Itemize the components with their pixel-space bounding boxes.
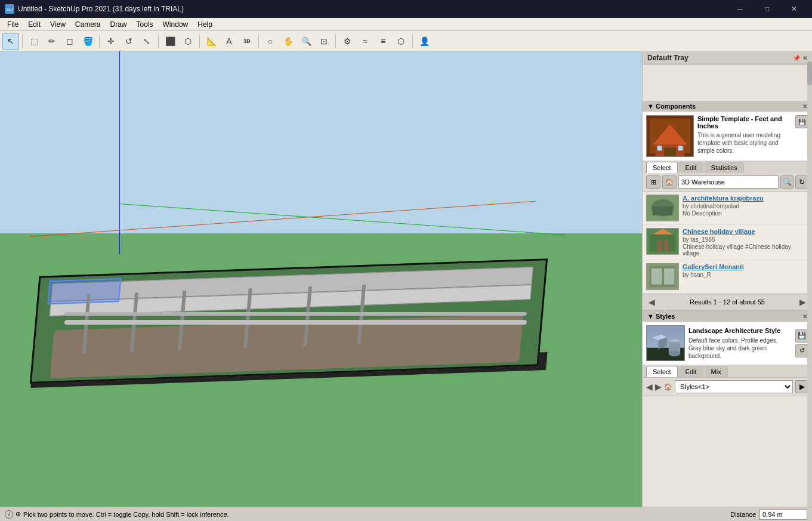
status-left: i ⊕ Pick two points to move. Ctrl = togg… bbox=[5, 510, 229, 519]
styles-go-button[interactable]: ▶ bbox=[795, 380, 808, 393]
menu-camera[interactable]: Camera bbox=[70, 19, 106, 30]
search-go-button[interactable]: 🔍 bbox=[780, 175, 794, 189]
result-item-2[interactable]: Chinese holiday village by tas_1985 Chin… bbox=[643, 225, 812, 260]
style-refresh-button[interactable]: ↺ bbox=[795, 344, 808, 357]
tray-scrollbar-thumb[interactable] bbox=[807, 61, 812, 85]
shape-tool-button[interactable]: ◻ bbox=[61, 33, 78, 50]
pagination-info: Results 1 - 12 of about 55 bbox=[690, 298, 765, 306]
scale-tool-button[interactable]: ⤡ bbox=[138, 33, 155, 50]
layers-button[interactable]: ≡ bbox=[375, 33, 391, 50]
push-pull-button[interactable]: ⬛ bbox=[162, 33, 178, 50]
close-button[interactable]: ✕ bbox=[780, 0, 807, 18]
right-tray: Default Tray 📌 ✕ ▼ Components ✕ bbox=[642, 51, 812, 507]
sandbox-button[interactable]: ≈ bbox=[357, 33, 373, 50]
tab-select[interactable]: Select bbox=[646, 162, 678, 173]
component-description: This is a general user modeling template… bbox=[697, 131, 792, 155]
svg-rect-9 bbox=[653, 206, 673, 215]
pagination-prev[interactable]: ◀ bbox=[646, 296, 657, 308]
paint-tool-button[interactable]: 🪣 bbox=[79, 33, 96, 50]
orbit-button[interactable]: ○ bbox=[262, 33, 279, 50]
styles-tab-mix[interactable]: Mix bbox=[705, 366, 728, 377]
info-icon[interactable]: i bbox=[5, 510, 13, 519]
search-home-button[interactable]: 🏠 bbox=[662, 175, 677, 189]
tray-pin-button[interactable]: 📌 bbox=[793, 55, 800, 61]
result-item-3[interactable]: GallerySeri Menanti by hsan_R bbox=[643, 260, 812, 294]
pencil-tool-button[interactable]: ✏ bbox=[44, 33, 60, 50]
app-icon: SU bbox=[5, 4, 14, 14]
menu-draw[interactable]: Draw bbox=[106, 19, 132, 30]
menu-help[interactable]: Help bbox=[193, 19, 217, 30]
style-save-button[interactable]: 💾 bbox=[795, 329, 808, 343]
select-tool-button[interactable]: ↖ bbox=[2, 33, 19, 50]
offset-button[interactable]: ⬡ bbox=[180, 33, 196, 50]
styles-home-button[interactable]: 🏠 bbox=[664, 383, 672, 391]
tray-scrollbar[interactable] bbox=[807, 58, 812, 507]
menu-window[interactable]: Window bbox=[158, 19, 193, 30]
components-panel-close[interactable]: ✕ bbox=[802, 103, 807, 110]
svg-rect-13 bbox=[657, 240, 662, 251]
tray-close-button[interactable]: ✕ bbox=[802, 55, 807, 61]
selected-object bbox=[48, 278, 122, 304]
viewport[interactable] bbox=[0, 51, 642, 507]
status-message: Pick two points to move. Ctrl = toggle C… bbox=[23, 511, 229, 518]
styles-panel-header[interactable]: ▼ Styles ✕ bbox=[643, 311, 812, 322]
menu-file[interactable]: File bbox=[2, 19, 23, 30]
styles-back-button[interactable]: ◀ bbox=[646, 382, 653, 391]
pan-button[interactable]: ✋ bbox=[280, 33, 297, 50]
extension-manager-button[interactable]: ⚙ bbox=[339, 33, 356, 50]
zoom-button[interactable]: 🔍 bbox=[298, 33, 314, 50]
menu-edit[interactable]: Edit bbox=[23, 19, 45, 30]
statusbar: i ⊕ Pick two points to move. Ctrl = togg… bbox=[0, 507, 812, 521]
tab-edit[interactable]: Edit bbox=[679, 162, 703, 173]
pipe-top bbox=[64, 320, 527, 325]
svg-rect-5 bbox=[657, 146, 662, 151]
results-list[interactable]: A. architektura krajobrazu by christinaf… bbox=[643, 192, 812, 294]
menubar: File Edit View Camera Draw Tools Window … bbox=[0, 18, 812, 31]
zoom-extents-button[interactable]: ⊡ bbox=[316, 33, 332, 50]
styles-panel-close[interactable]: ✕ bbox=[802, 313, 807, 320]
styles-tab-edit[interactable]: Edit bbox=[679, 366, 703, 377]
tab-statistics[interactable]: Statistics bbox=[705, 162, 744, 173]
style-preview-area: Landscape Architecture Style Default fac… bbox=[643, 322, 812, 365]
tape-measure-button[interactable]: 📐 bbox=[203, 33, 220, 50]
styles-forward-button[interactable]: ▶ bbox=[655, 382, 662, 391]
style-info: Landscape Architecture Style Default fac… bbox=[688, 327, 792, 360]
text-tool-button[interactable]: A bbox=[221, 33, 237, 50]
svg-rect-18 bbox=[664, 269, 674, 285]
result-author-2: by tas_1985 bbox=[683, 236, 808, 243]
result-thumb-3 bbox=[646, 263, 679, 290]
search-grid-button[interactable]: ⊞ bbox=[646, 175, 660, 189]
rotate-tool-button[interactable]: ↺ bbox=[121, 33, 137, 50]
result-item-1[interactable]: A. architektura krajobrazu by christinaf… bbox=[643, 192, 812, 225]
eraser-tool-button[interactable]: ⬚ bbox=[26, 33, 42, 50]
component-save-button[interactable]: 💾 bbox=[795, 115, 808, 128]
components-panel-title: ▼ Components bbox=[647, 103, 696, 110]
3d-text-button[interactable]: 3D bbox=[239, 33, 255, 50]
styles-dropdown[interactable]: Styles<1> bbox=[675, 380, 793, 393]
advanced-camera-button[interactable]: 👤 bbox=[416, 33, 433, 50]
svg-rect-4 bbox=[664, 147, 675, 156]
styles-button[interactable]: ⬡ bbox=[393, 33, 409, 50]
pagination-bar: ◀ Results 1 - 12 of about 55 ▶ bbox=[643, 294, 812, 310]
style-side-buttons: 💾 ↺ bbox=[795, 329, 808, 357]
styles-tabs-row: Select Edit Mix bbox=[643, 365, 812, 377]
result-info-3: GallerySeri Menanti by hsan_R bbox=[683, 263, 808, 290]
svg-rect-11 bbox=[650, 234, 675, 251]
move-tool-button[interactable]: ✛ bbox=[103, 33, 119, 50]
minimize-button[interactable]: ─ bbox=[727, 0, 754, 18]
search-refresh-button[interactable]: ↻ bbox=[795, 175, 808, 189]
result-thumb-1 bbox=[646, 195, 679, 221]
menu-tools[interactable]: Tools bbox=[132, 19, 158, 30]
distance-input[interactable] bbox=[759, 509, 807, 520]
status-right: Distance bbox=[730, 509, 807, 520]
maximize-button[interactable]: □ bbox=[754, 0, 780, 18]
components-panel-header[interactable]: ▼ Components ✕ bbox=[643, 101, 812, 112]
style-thumbnail bbox=[646, 325, 685, 361]
styles-tab-select[interactable]: Select bbox=[646, 366, 678, 377]
menu-view[interactable]: View bbox=[45, 19, 70, 30]
tray-header: Default Tray 📌 ✕ bbox=[643, 51, 812, 65]
search-input[interactable] bbox=[678, 175, 779, 189]
styles-dropdown-row: ◀ ▶ 🏠 Styles<1> ▶ bbox=[643, 377, 812, 396]
app-title: Untitled - SketchUp Pro 2021 (31 days le… bbox=[18, 5, 184, 13]
toolbar-separator-7 bbox=[412, 35, 413, 48]
